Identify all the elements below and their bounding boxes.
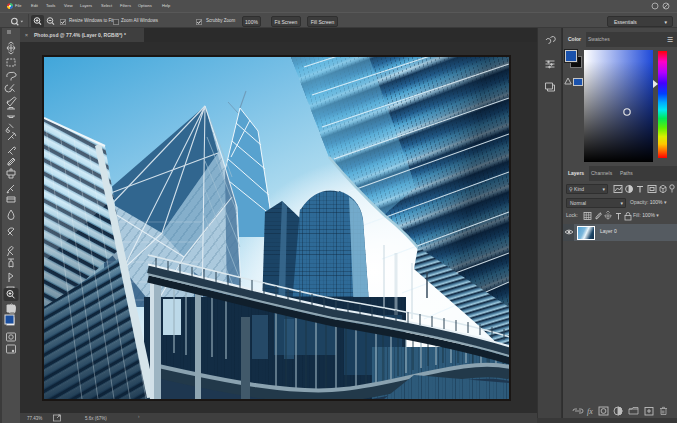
svg-text:fx: fx xyxy=(587,407,593,416)
